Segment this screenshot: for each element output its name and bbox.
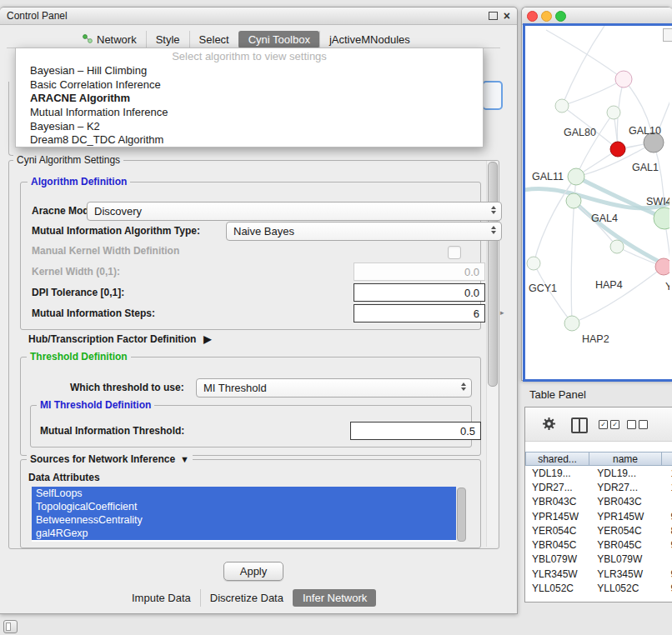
stepper-icon — [461, 382, 466, 391]
attribute-item-gal4rgexp[interactable]: gal4RGexp — [32, 527, 460, 540]
settings-scrollbar-thumb[interactable] — [488, 162, 498, 387]
tab-cyni-toolbox[interactable]: Cyni Toolbox — [238, 31, 319, 48]
collapsed-panel-icon[interactable] — [3, 620, 18, 633]
network-node[interactable] — [568, 168, 584, 185]
network-node[interactable] — [610, 142, 625, 157]
control-panel-tabs: NetworkStyleSelectCyni ToolboxjActiveMNo… — [73, 31, 419, 48]
network-edge — [572, 267, 664, 323]
column-header-shared[interactable]: shared... — [525, 452, 589, 466]
algorithm-option-bayesian-hill-climbing[interactable]: Bayesian – Hill Climbing — [16, 63, 483, 78]
threshold-definition-title: Threshold Definition — [27, 351, 131, 362]
table-cell: 13 — [668, 468, 672, 479]
apply-button[interactable]: Apply — [223, 562, 283, 581]
table-row[interactable]: YDR27...YDR27...12 — [525, 480, 672, 494]
manual-kernel-checkbox[interactable] — [448, 246, 461, 259]
table-row[interactable]: YPR145WYPR145W9. — [525, 509, 672, 523]
dpi-tolerance-value: 0.0 — [464, 287, 479, 299]
minimize-traffic-light-icon[interactable] — [541, 11, 552, 22]
table-row[interactable]: YLR345WYLR345W9. — [525, 567, 672, 581]
deselect-all-columns-icon[interactable] — [627, 420, 648, 429]
bottom-tab-infer-network[interactable]: Infer Network — [293, 589, 376, 607]
mi-type-value: Naive Bayes — [233, 225, 294, 238]
mi-type-label: Mutual Information Algorithm Type: — [32, 225, 200, 237]
algorithm-option-dream8-dc-tdc-algorithm[interactable]: Dream8 DC_TDC Algorithm — [16, 132, 483, 147]
zoom-traffic-light-icon[interactable] — [555, 11, 566, 22]
table-row[interactable]: YDL19...YDL19...13 — [525, 466, 672, 480]
select-all-columns-icon[interactable]: ✓ ✓ — [599, 420, 619, 429]
table-cell: 9. — [668, 582, 672, 594]
aracne-mode-select[interactable]: Discovery — [87, 202, 502, 221]
collapsed-arrow-icon[interactable]: ▶ — [203, 333, 211, 345]
algorithm-option-mutual-information-inference[interactable]: Mutual Information Inference — [16, 105, 483, 119]
network-node-label: Y — [665, 281, 669, 292]
bottom-tab-discretize-data[interactable]: Discretize Data — [200, 589, 293, 607]
bottom-tab-impute-data[interactable]: Impute Data — [123, 589, 200, 607]
mi-threshold-value: 0.5 — [460, 425, 475, 438]
network-node[interactable] — [654, 208, 669, 229]
dpi-tolerance-field[interactable]: 0.0 — [354, 283, 485, 302]
sources-toggle[interactable]: Sources for Network Inference ▼ — [27, 453, 193, 465]
table-cell: YLR345W — [594, 568, 668, 580]
network-node[interactable] — [555, 99, 569, 112]
network-window-titlebar — [522, 8, 672, 25]
table-row[interactable]: YER054CYER054C8. — [525, 523, 672, 538]
network-node-label: HAP4 — [595, 279, 623, 291]
network-node[interactable] — [564, 316, 579, 331]
network-node[interactable] — [527, 257, 540, 270]
float-window-icon[interactable] — [489, 12, 498, 20]
attribute-item-selfloops[interactable]: SelfLoops — [32, 487, 460, 500]
table-cell: YBR043C — [594, 496, 668, 508]
table-panel-window: ✓ ✓ shared...name YDL19...YDL19...13YDR2… — [524, 407, 672, 602]
network-view-scrollbar[interactable] — [663, 28, 672, 42]
attribute-item-topologicalcoefficient[interactable]: TopologicalCoefficient — [32, 500, 460, 513]
network-node[interactable] — [655, 258, 669, 275]
algorithm-option-bayesian-k2[interactable]: Bayesian – K2 — [16, 119, 483, 133]
algorithm-option-basic-correlation-inference[interactable]: Basic Correlation Inference — [16, 78, 483, 92]
table-cell: YBR043C — [525, 496, 594, 508]
network-node[interactable] — [610, 240, 624, 253]
mi-steps-field[interactable]: 6 — [354, 304, 485, 322]
mi-threshold-field[interactable]: 0.5 — [350, 422, 481, 440]
unchecked-box-icon — [627, 420, 636, 429]
close-icon[interactable]: × — [504, 10, 510, 22]
network-node[interactable] — [615, 71, 632, 88]
show-columns-icon[interactable] — [571, 418, 588, 433]
data-attributes-list[interactable]: SelfLoopsTopologicalCoefficientBetweenne… — [32, 487, 466, 542]
tab-jactivemnodules[interactable]: jActiveMNodules — [319, 31, 419, 48]
aracne-mode-value: Discovery — [94, 205, 142, 218]
network-node-label: GAL80 — [564, 127, 596, 138]
attributes-scrollbar-thumb[interactable] — [457, 488, 466, 542]
column-header-extra[interactable] — [662, 452, 672, 466]
table-row[interactable]: YLL052CYLL052C9. — [525, 581, 672, 595]
attribute-item-betweennesscentrality[interactable]: BetweennessCentrality — [32, 513, 460, 527]
table-row[interactable]: YBR045CYBR045C9. — [525, 538, 672, 552]
algorithm-option-aracne-algorithm[interactable]: ARACNE Algorithm — [16, 91, 483, 105]
network-view-frame: GAL80GAL10GAL1GAL11SWI4GAL4GCY1HAP4HAP2Y — [523, 23, 672, 382]
table-row[interactable]: YBR043CYBR043C — [525, 495, 672, 509]
table-cell: 9. — [668, 568, 672, 580]
network-edge — [576, 112, 614, 177]
expanded-arrow-icon[interactable]: ▼ — [180, 453, 189, 465]
table-body: YDL19...YDL19...13YDR27...YDR27...12YBR0… — [525, 466, 672, 596]
checked-box-icon: ✓ — [599, 420, 608, 429]
network-canvas[interactable]: GAL80GAL10GAL1GAL11SWI4GAL4GCY1HAP4HAP2Y — [525, 26, 669, 374]
kernel-width-field[interactable]: 0.0 — [354, 262, 485, 281]
gear-icon[interactable] — [542, 417, 556, 433]
table-row[interactable]: YBL079WYBL079W — [525, 552, 672, 567]
column-header-name[interactable]: name — [589, 452, 662, 466]
tab-network[interactable]: Network — [73, 31, 146, 48]
panel-collapse-arrow-icon[interactable]: ▸ — [500, 308, 504, 317]
attributes-scrollbar[interactable] — [456, 487, 466, 542]
network-node[interactable] — [607, 106, 620, 119]
table-panel-title: Table Panel — [529, 388, 586, 401]
which-threshold-select[interactable]: MI Threshold — [196, 378, 472, 398]
network-node[interactable] — [566, 193, 581, 208]
tab-select[interactable]: Select — [189, 31, 238, 48]
table-cell: YDL19... — [594, 468, 668, 479]
hub-definition-toggle[interactable]: Hub/Transcription Factor Definition ▶ — [28, 333, 212, 345]
tab-style[interactable]: Style — [146, 31, 189, 48]
algorithm-select-prompt: Select algorithm to view settings — [16, 48, 483, 63]
collapsed-panel-glyph — [6, 622, 11, 631]
close-traffic-light-icon[interactable] — [527, 11, 538, 22]
mi-type-select[interactable]: Naive Bayes — [226, 222, 502, 241]
